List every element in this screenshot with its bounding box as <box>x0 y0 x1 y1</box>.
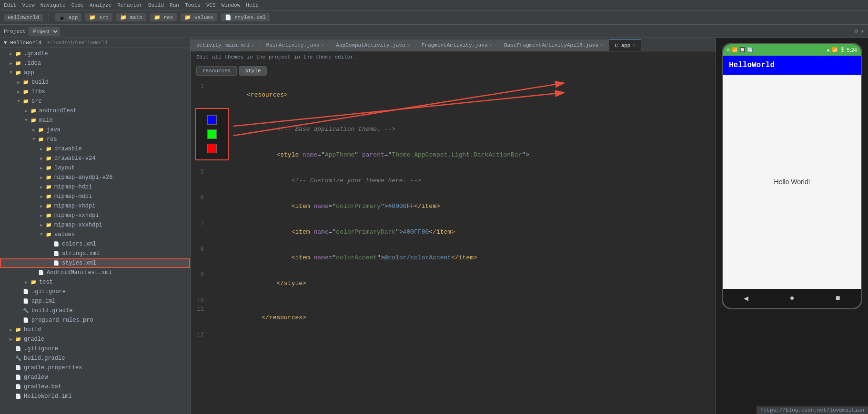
toolbar-src[interactable]: 📁 src <box>85 13 112 21</box>
tab-label-basefragment: BaseFragmentActivityApi16.java <box>504 42 598 48</box>
tree-item-java[interactable]: ▶ 📁 java <box>0 125 190 135</box>
tree-item-res[interactable]: ▼ 📁 res <box>0 135 190 144</box>
tree-item-build-gradle-root[interactable]: 🔧 build.gradle <box>0 354 190 363</box>
toolbar-app[interactable]: 📱 app <box>55 13 81 21</box>
tab-activity-main[interactable]: activity_main.xml ✕ <box>191 39 261 51</box>
tree-item-drawable-v24[interactable]: ▶ 📁 drawable-v24 <box>0 154 190 163</box>
tree-label-mipmap-anydpi: mipmap-anydpi-v26 <box>54 174 112 181</box>
tree-item-layout[interactable]: ▶ 📁 layout <box>0 163 190 173</box>
tree-item-build-gradle-app[interactable]: 🔧 build.gradle <box>0 306 190 315</box>
gear-icon[interactable]: ★ <box>861 28 864 35</box>
nav-home-btn[interactable]: ● <box>790 294 795 303</box>
project-scope-select[interactable]: Project <box>29 27 60 36</box>
tree-item-mipmap-xhdpi[interactable]: ▶ 📁 mipmap-xhdpi <box>0 201 190 211</box>
tab-close-appcompat[interactable]: ✕ <box>407 43 410 48</box>
line-content-1[interactable]: <resources> <box>210 82 716 108</box>
tree-item-gitignore-root[interactable]: 📄 .gitignore <box>0 344 190 354</box>
menu-navigate[interactable]: Navigate <box>40 2 66 8</box>
settings-status-icon: ⚙ <box>727 47 730 53</box>
project-tree-header: ▼ HelloWorld F:\Android\HelloWorld <box>0 38 190 48</box>
tree-item-styles-xml[interactable]: 📄 styles.xml <box>0 258 190 268</box>
tree-item-main[interactable]: ▼ 📁 main <box>0 116 190 125</box>
tab-label-mainactivity: MainActivity.java <box>266 42 320 48</box>
tree-item-gradle-properties[interactable]: 📄 gradle.properties <box>0 363 190 373</box>
tab-fragment[interactable]: FragmentActivity.java ✕ <box>416 39 498 51</box>
tree-item-libs[interactable]: ▶ 📁 libs <box>0 87 190 97</box>
menu-help[interactable]: Help <box>246 2 258 8</box>
tree-item-build[interactable]: ▶ 📁 build <box>0 78 190 87</box>
tree-item-idea[interactable]: ▶ 📁 .idea <box>0 59 190 68</box>
arrow-idea: ▶ <box>8 61 14 66</box>
tree-item-mipmap-anydpi[interactable]: ▶ 📁 mipmap-anydpi-v26 <box>0 173 190 182</box>
tree-item-gradle-hidden[interactable]: ▶ 📁 .gradle <box>0 49 190 59</box>
tree-item-src[interactable]: ▼ 📁 src <box>0 97 190 106</box>
tree-item-helloworld-iml[interactable]: 📄 HelloWorld.iml <box>0 392 190 401</box>
nav-back-btn[interactable]: ◀ <box>744 294 748 303</box>
tree-item-drawable[interactable]: ▶ 📁 drawable <box>0 144 190 154</box>
file-icon-gradlew: 📄 <box>14 374 22 381</box>
sync-icon[interactable]: ⚙ <box>855 28 858 35</box>
tree-item-build-root[interactable]: ▶ 📁 build <box>0 325 190 335</box>
url-bar: https://blog.csdn.net/lovemaitian <box>757 406 868 414</box>
folder-icon-gradle-root: 📁 <box>14 335 22 343</box>
code-editor[interactable]: 1 <resources> 2 3 <!-- Base application … <box>191 79 716 414</box>
toolbar-main[interactable]: 📁 main <box>116 13 146 21</box>
nav-recents-btn[interactable]: ■ <box>836 294 840 303</box>
tree-item-test[interactable]: ▶ 📁 test <box>0 277 190 287</box>
tree-item-androidmanifest[interactable]: 📄 AndroidManifest.xml <box>0 268 190 277</box>
tree-item-mipmap-xxxhdpi[interactable]: ▶ 📁 mipmap-xxxhdpi <box>0 220 190 230</box>
tab-app-active[interactable]: C app ✕ <box>609 39 641 51</box>
folder-icon-idea: 📁 <box>14 59 22 67</box>
tree-item-mipmap-hdpi[interactable]: ▶ 📁 mipmap-hdpi <box>0 182 190 192</box>
main-layout: ▼ HelloWorld F:\Android\HelloWorld ▶ 📁 .… <box>0 38 868 414</box>
toolbar-values[interactable]: 📁 values <box>181 13 217 21</box>
tree-item-gitignore-app[interactable]: 📄 .gitignore <box>0 287 190 296</box>
tab-close-mainactivity[interactable]: ✕ <box>322 43 324 48</box>
tab-close-activity-main[interactable]: ✕ <box>252 43 254 48</box>
tab-label-fragment: FragmentActivity.java <box>422 42 488 48</box>
menu-refactor[interactable]: Refactor <box>117 2 142 8</box>
tree-item-gradlew[interactable]: 📄 gradlew <box>0 373 190 382</box>
tree-item-values[interactable]: ▼ 📁 values <box>0 230 190 239</box>
folder-icon-androidtest: 📁 <box>30 107 37 115</box>
resource-tab-resources[interactable]: resources <box>196 66 237 76</box>
toolbar-res[interactable]: 📁 res <box>150 13 177 21</box>
menu-build[interactable]: Build <box>148 2 164 8</box>
tree-item-androidtest[interactable]: ▶ 📁 androidTest <box>0 106 190 116</box>
tree-item-mipmap-mdpi[interactable]: ▶ 📁 mipmap-mdpi <box>0 192 190 201</box>
menu-tools[interactable]: Tools <box>185 2 201 8</box>
menu-run[interactable]: Run <box>170 2 179 8</box>
resource-tab-style[interactable]: style <box>239 66 267 76</box>
tree-item-gradle-root[interactable]: ▶ 📁 gradle <box>0 335 190 344</box>
tree-item-colors-xml[interactable]: 📄 colors.xml <box>0 239 190 249</box>
tab-close-app[interactable]: ✕ <box>632 43 635 48</box>
tree-item-app-iml[interactable]: 📄 app.iml <box>0 296 190 306</box>
tree-label-helloworld-iml: HelloWorld.iml <box>24 393 72 400</box>
tab-basefragment[interactable]: BaseFragmentActivityApi16.java ✕ <box>498 39 609 51</box>
tree-label-gradlew: gradlew <box>24 374 48 381</box>
toolbar-file[interactable]: 📄 styles.xml <box>221 13 270 21</box>
arrow-mipmap-xhdpi: ▶ <box>38 204 45 209</box>
tree-item-app[interactable]: ▼ 📁 app <box>0 68 190 78</box>
tree-item-proguard[interactable]: 📄 proguard-rules.pro <box>0 315 190 325</box>
tab-mainactivity[interactable]: MainActivity.java ✕ <box>261 39 331 51</box>
tree-item-mipmap-xxhdpi[interactable]: ▶ 📁 mipmap-xxhdpi <box>0 211 190 220</box>
wifi-icon-right: 📶 <box>832 47 838 53</box>
tab-close-fragment[interactable]: ✕ <box>490 43 492 48</box>
tab-appcompat[interactable]: AppCompatActivity.java ✕ <box>330 39 416 51</box>
file-icon-helloworld-iml: 📄 <box>14 393 22 400</box>
menu-analyze[interactable]: Analyze <box>90 2 111 8</box>
arrow-drawable-v24: ▶ <box>38 156 45 161</box>
menu-window[interactable]: Window <box>222 2 241 8</box>
menu-vcs[interactable]: VCS <box>206 2 216 8</box>
tree-label-colors-xml: colors.xml <box>62 241 96 247</box>
menu-view[interactable]: View <box>22 2 34 8</box>
menu-edit[interactable]: Edit <box>4 2 16 8</box>
tab-close-basefragment[interactable]: ✕ <box>600 43 603 48</box>
tree-item-strings-xml[interactable]: 📄 strings.xml <box>0 249 190 258</box>
hello-world-root-label[interactable]: ▼ HelloWorld <box>4 40 41 46</box>
tree-item-gradlew-bat[interactable]: 📄 gradlew.bat <box>0 382 190 392</box>
menu-code[interactable]: Code <box>71 2 84 8</box>
folder-icon-mipmap-mdpi: 📁 <box>45 193 52 200</box>
project-label[interactable]: HelloWorld <box>4 14 43 21</box>
